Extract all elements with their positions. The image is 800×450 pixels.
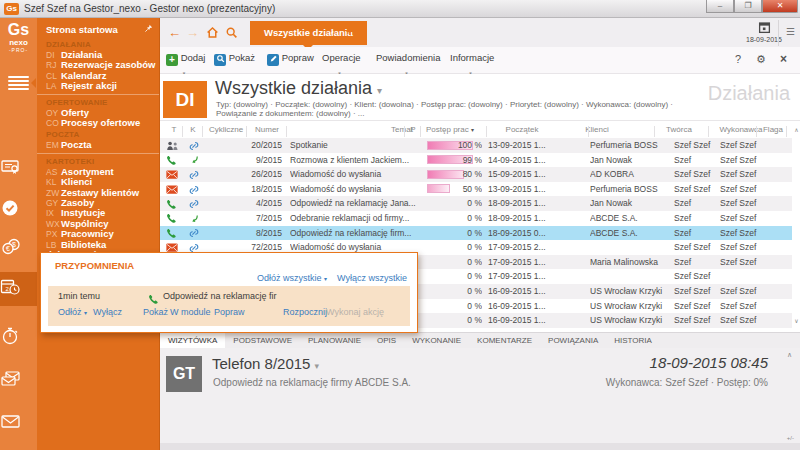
column-header-postęp-prac[interactable]: Postęp prac ▾ [426, 125, 484, 138]
toolbar-button-popraw[interactable]: Popraw [267, 52, 314, 70]
new-tab-button[interactable]: + [346, 23, 354, 39]
defer-all-link[interactable]: Odłóż wszystkie ▾ [257, 273, 327, 283]
cell: Maria Malinowska [590, 256, 674, 269]
table-row[interactable]: 7/2015Odebranie reklamacji od firmy...0 … [160, 211, 792, 226]
rail-license-icon[interactable] [0, 152, 37, 186]
tab-powiązania[interactable]: POWIĄZANIA [540, 333, 606, 348]
home-icon[interactable] [206, 26, 219, 39]
rail-tasks-check-icon[interactable] [0, 192, 37, 226]
sidebar-section-label: OFERTOWANIE [37, 94, 159, 108]
forward-arrow-icon[interactable]: → [186, 25, 199, 40]
table-row[interactable]: 4/2015Odpowiedź na reklamację Jana...0 %… [160, 196, 792, 211]
close-button[interactable]: ✕ [762, 0, 798, 13]
detail-title[interactable]: Telefon 8/2015 ▾ [212, 355, 319, 372]
reminder-action-popraw[interactable]: Popraw [214, 307, 245, 317]
cell: Szef Szef [720, 256, 770, 269]
module-rail: Gs nexo -PRO- $€2 [0, 18, 37, 450]
dismiss-all-link[interactable]: Wyłącz wszystkie [337, 273, 407, 283]
table-row[interactable]: 9/2015Rozmowa z klientem Jackiem...99 %1… [160, 153, 792, 168]
help-button[interactable]: ? [735, 53, 741, 65]
view-header: DI Wszystkie działania ▾ Typ: (dowolny) … [160, 74, 800, 120]
reminder-action-w-module[interactable]: W module [170, 307, 211, 317]
tab-komentarze[interactable]: KOMENTARZE [469, 333, 540, 348]
sidebar-item-zw[interactable]: ZWZestawy klientów [37, 188, 159, 198]
table-row[interactable]: 26/2015Wiadomość do wysłania80 %15-09-20… [160, 167, 792, 182]
cell: Szef [674, 256, 718, 269]
column-header-flaga[interactable]: Flaga [758, 125, 788, 138]
rail-mail-icon[interactable] [0, 408, 37, 442]
toolbar-button-informacje[interactable]: Informacje▾ [450, 52, 494, 70]
column-header-twórca[interactable]: Twórca [656, 125, 702, 138]
view-title[interactable]: Wszystkie działania ▾ [215, 78, 382, 99]
rail-finances-coins-icon[interactable]: $€ [0, 232, 37, 266]
sidebar-item-label: Klienci [61, 176, 92, 187]
column-header-k[interactable]: K [184, 125, 202, 138]
toolbar-button-operacje[interactable]: Operacje▾ [322, 52, 361, 70]
reminder-action-pokaż[interactable]: Pokaż [143, 307, 168, 317]
header-separator [246, 126, 247, 137]
column-header-klienci[interactable]: Klienci [562, 125, 632, 138]
chevron-down-icon: ▾ [377, 85, 382, 96]
minimize-button[interactable]: – [706, 0, 734, 13]
toolbar-button-pokaż[interactable]: Pokaż [214, 52, 255, 70]
column-header-początek[interactable]: Początek [490, 125, 554, 138]
filter-summary-line2[interactable]: Powiązanie z dokumentem: (dowolny) · ... [216, 109, 365, 118]
app-menu-icon[interactable]: ☰ [786, 26, 795, 37]
restore-button[interactable]: ❐ [734, 0, 762, 13]
sidebar-item-label: Oferty [61, 107, 89, 118]
column-header-numer[interactable]: Numer [248, 125, 286, 138]
pin-icon[interactable] [144, 24, 153, 33]
reminder-action-wyłącz[interactable]: Wyłącz [93, 307, 122, 317]
sidebar-item-as[interactable]: ASAsortyment [37, 167, 159, 177]
sidebar-item-co[interactable]: COProcesy ofertowe [37, 118, 159, 128]
filter-summary-line1[interactable]: Typ: (dowolny) · Początek: (dowolny) · K… [216, 100, 673, 109]
column-header-p[interactable]: P [406, 125, 420, 138]
panel-resize-handle[interactable]: +/- [787, 435, 794, 441]
cell: 13-09-2015 1... [488, 139, 588, 152]
tab-opis[interactable]: OPIS [369, 333, 404, 348]
reminder-action-rozpocznij[interactable]: Rozpocznij [283, 307, 327, 317]
tab-wizytówka[interactable]: WIZYTÓWKA [160, 333, 225, 348]
detail-tabstrip: WIZYTÓWKAPODSTAWOWEPLANOWANIEOPISWYKONAN… [160, 332, 800, 348]
cell: 18-09-2015 1... [488, 197, 588, 210]
scroll-up-icon[interactable]: ∧ [793, 126, 800, 133]
show-icon [214, 52, 226, 63]
sidebar-item-la[interactable]: LARejestr akcji [37, 81, 159, 91]
scroll-down-icon[interactable]: ∨ [793, 317, 800, 324]
link-icon [189, 197, 203, 210]
rail-timer-icon[interactable] [0, 320, 37, 354]
sidebar-item-code: KL [46, 177, 61, 187]
toolbar-button-dodaj[interactable]: + Dodaj▾ [166, 52, 205, 70]
sidebar-item-home[interactable]: Strona startowa [37, 21, 159, 38]
meeting-icon [166, 139, 182, 152]
calendar-widget-icon[interactable] [758, 21, 771, 34]
column-header-t[interactable]: T [164, 125, 184, 138]
table-row[interactable]: 20/2015Spotkanie100 %13-09-2015 1...Perf… [160, 138, 792, 153]
reminder-action-wykonaj-akcję: Wykonaj akcję [326, 307, 384, 317]
collapse-panel-icon[interactable]: ∧ [787, 351, 792, 359]
column-header-cykliczne[interactable]: Cykliczne [204, 125, 248, 138]
rail-mail-outbox-icon[interactable] [0, 364, 37, 398]
reminder-action-odłóż[interactable]: Odłóż ▾ [58, 307, 87, 317]
back-arrow-icon[interactable]: ← [168, 25, 181, 40]
menu-toggle-icon[interactable] [8, 76, 29, 92]
table-row[interactable]: 8/2015Odpowiedź na reklamację firm...0 %… [160, 226, 792, 241]
tab-planowanie[interactable]: PLANOWANIE [300, 333, 369, 348]
cell: 0 % [436, 270, 482, 283]
cell: 17-09-2015 1... [488, 270, 588, 283]
table-row[interactable]: 18/2015Wiadomość do wysłania50 %13-09-20… [160, 182, 792, 197]
close-view-icon[interactable]: × [780, 52, 787, 66]
cell: AD KOBRA [590, 168, 674, 181]
current-date[interactable]: 18-09-2015 [746, 36, 782, 43]
cell: Szef Szef [674, 183, 718, 196]
toolbar-button-powiadomienia[interactable]: Powiadomienia▾ [376, 52, 440, 70]
rail-calendar-clock-icon[interactable]: 2 [0, 272, 37, 306]
sidebar-item-em[interactable]: EMPoczta [37, 140, 159, 150]
tab-wykonanie[interactable]: WYKONANIE [404, 333, 469, 348]
reminders-popup: PRZYPOMNIENIA Odłóż wszystkie ▾ Wyłącz w… [40, 252, 418, 333]
tab-podstawowe[interactable]: PODSTAWOWE [225, 333, 300, 348]
search-icon[interactable] [225, 26, 238, 39]
tab-historia[interactable]: HISTORIA [606, 333, 660, 348]
cell: 0 % [436, 256, 482, 269]
settings-gear-icon[interactable]: ⚙ [756, 53, 766, 66]
